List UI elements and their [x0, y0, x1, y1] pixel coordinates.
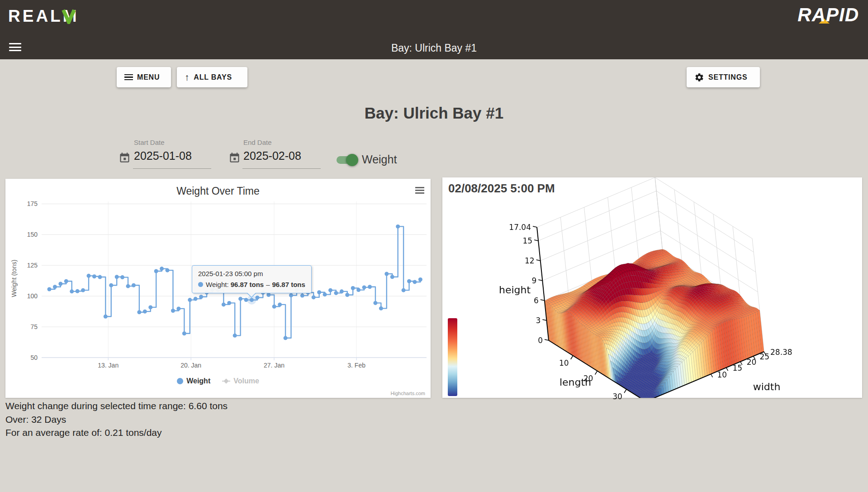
axis-tick-label: 9 — [531, 276, 536, 285]
chart-title: Weight Over Time — [5, 185, 431, 197]
gear-icon — [694, 72, 704, 82]
weight-marker-icon — [177, 378, 183, 384]
start-date-input[interactable] — [134, 149, 211, 162]
start-date-underline — [133, 168, 211, 169]
axis-tick-label: 28.38 — [770, 348, 792, 357]
legend-weight-label: Weight — [186, 377, 210, 385]
app-header: REALM RAPID Bay: Ulrich Bay #1 — [0, 0, 868, 59]
summary-line-1: Weight change during selected time range… — [5, 399, 228, 413]
realm-logo: REALM — [8, 6, 79, 26]
realm-green-check-icon — [61, 9, 76, 24]
realm-logo-text: REAL — [8, 7, 63, 26]
weight-toggle[interactable] — [337, 156, 356, 164]
all-bays-button-label: ALL BAYS — [194, 73, 232, 81]
menu-button[interactable]: MENU — [117, 67, 171, 87]
svg-text:125: 125 — [27, 262, 38, 269]
settings-button-label: SETTINGS — [708, 73, 747, 81]
svg-text:150: 150 — [27, 231, 38, 238]
axis-tick-label: 10 — [717, 370, 727, 379]
calendar-icon[interactable] — [119, 152, 131, 164]
calendar-icon[interactable] — [228, 152, 241, 164]
settings-button[interactable]: SETTINGS — [687, 67, 760, 87]
axis-tick-label: 6 — [534, 296, 539, 305]
end-date-input[interactable] — [243, 149, 320, 162]
up-arrow-icon: ↑ — [185, 72, 190, 82]
menu-bars-icon — [124, 74, 133, 81]
axis-tick-label: 25 — [760, 352, 770, 361]
rapid-logo-text: RAPID — [797, 4, 859, 26]
legend-item-volume[interactable]: Volume — [222, 377, 259, 385]
axis-tick-label: 0 — [538, 336, 543, 345]
tooltip-value-high: 96.87 tons — [272, 281, 305, 288]
tooltip-series-label: Weight: — [206, 281, 229, 288]
summary-text: Weight change during selected time range… — [5, 399, 228, 439]
svg-text:20. Jan: 20. Jan — [180, 362, 201, 369]
summary-line-3: For an average rate of: 0.21 tons/day — [5, 426, 228, 439]
weight-toggle-thumb — [346, 154, 358, 166]
surface-chart-card: 02/08/2025 5:00 PM 0369121517.0410203010… — [442, 177, 862, 398]
axis-tick-label: 17.04 — [509, 223, 531, 232]
rapid-logo: RAPID — [797, 4, 859, 26]
length-axis-label: length — [560, 377, 591, 388]
tooltip-date: 2025-01-23 05:00 pm — [198, 270, 305, 277]
end-date-underline — [242, 168, 321, 169]
menu-button-label: MENU — [137, 73, 160, 81]
start-date-label: Start Date — [134, 139, 165, 146]
series-marker-icon — [198, 282, 203, 287]
axis-tick-label: 20 — [747, 358, 757, 367]
axis-tick-label: 12 — [525, 256, 535, 265]
weight-toggle-label: Weight — [362, 153, 397, 166]
page-title: Bay: Ulrich Bay #1 — [0, 104, 868, 122]
tooltip-value-row: Weight: 96.87 tons–96.87 tons — [198, 281, 305, 288]
all-bays-button[interactable]: ↑ ALL BAYS — [177, 67, 247, 87]
svg-text:50: 50 — [30, 354, 38, 361]
svg-text:27. Jan: 27. Jan — [264, 362, 285, 369]
y-axis-title: Weight (tons) — [10, 253, 18, 303]
axis-tick-label: 30 — [612, 392, 622, 401]
chart-legend: Weight Volume — [5, 377, 431, 385]
axis-tick-label: 15 — [732, 363, 742, 373]
page: REALM RAPID Bay: Ulrich Bay #1 MENU ↑ AL… — [0, 0, 868, 492]
chart-context-menu-icon[interactable] — [415, 187, 424, 194]
volume-marker-icon — [222, 381, 230, 382]
axis-tick-label: 10 — [559, 358, 569, 368]
height-axis-label: height — [499, 284, 531, 296]
header-bay-title: Bay: Ulrich Bay #1 — [0, 42, 868, 54]
svg-text:100: 100 — [27, 292, 38, 300]
summary-line-2: Over: 32 Days — [5, 413, 228, 426]
width-axis-label: width — [753, 381, 781, 392]
svg-text:75: 75 — [30, 323, 38, 330]
svg-text:175: 175 — [27, 200, 38, 207]
axis-tick-label: 3 — [536, 316, 541, 325]
weight-chart-card: Weight Over Time Weight (tons) 13. Jan20… — [5, 179, 431, 398]
legend-item-weight[interactable]: Weight — [177, 377, 210, 385]
tooltip-separator: – — [266, 281, 270, 288]
axis-tick-label: 15 — [522, 236, 532, 245]
legend-volume-label: Volume — [233, 377, 259, 385]
highcharts-credit[interactable]: Highcharts.com — [391, 391, 425, 396]
svg-text:13. Jan: 13. Jan — [98, 362, 119, 369]
tooltip-value-low: 96.87 tons — [231, 281, 264, 288]
svg-text:3. Feb: 3. Feb — [347, 362, 365, 369]
end-date-label: End Date — [243, 139, 272, 146]
chart-tooltip: 2025-01-23 05:00 pm Weight: 96.87 tons–9… — [192, 265, 312, 293]
